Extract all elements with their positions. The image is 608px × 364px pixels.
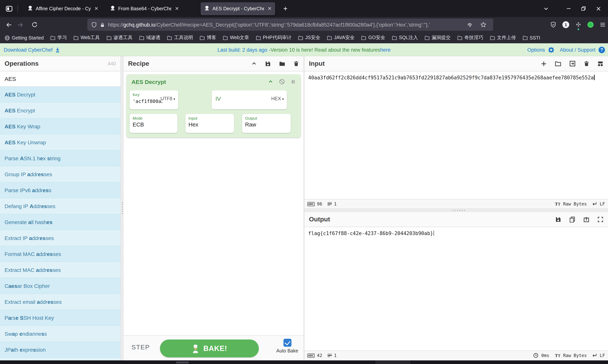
input-eol[interactable]: LF xyxy=(600,201,605,207)
open-folder-as-input-icon[interactable] xyxy=(569,60,576,67)
bookmark-item[interactable]: 工具说明 xyxy=(167,35,193,41)
operation-list-item[interactable]: AES Key Wrap xyxy=(0,118,120,134)
bookmark-item[interactable]: 奇技淫巧 xyxy=(457,35,483,41)
firefox-view-icon[interactable] xyxy=(4,3,14,14)
tab-close-icon[interactable]: ✕ xyxy=(94,6,98,11)
bookmark-item[interactable]: Web文章 xyxy=(223,35,249,41)
gear-icon[interactable] xyxy=(548,47,555,53)
input-encoding[interactable]: Raw Bytes xyxy=(563,201,587,207)
operation-list-item[interactable]: Extract email addresses xyxy=(0,294,120,310)
save-recipe-icon[interactable] xyxy=(265,61,271,67)
help-question-icon[interactable]: ? xyxy=(598,47,605,53)
shield-icon[interactable] xyxy=(91,22,97,27)
operation-list-item[interactable]: Caesar Box Cipher xyxy=(0,278,120,294)
output-encoding[interactable]: Raw Bytes xyxy=(563,353,587,358)
operation-list-item[interactable]: Defang IP Addresses xyxy=(0,198,120,214)
operation-list-item[interactable]: Extract IP addresses xyxy=(0,230,120,246)
forward-button[interactable] xyxy=(14,19,26,30)
step-button[interactable]: STEP xyxy=(132,344,150,351)
bookmark-item[interactable]: Getting Started xyxy=(5,35,44,40)
lock-icon[interactable] xyxy=(100,22,105,27)
operation-list-item[interactable]: Parse ASN.1 hex string xyxy=(0,150,120,166)
key-encoding-dropdown[interactable]: UTF8▾ xyxy=(160,96,175,101)
back-button[interactable] xyxy=(3,19,14,30)
bookmark-item[interactable]: Web工具 xyxy=(73,35,100,41)
collapse-recipe-icon[interactable] xyxy=(251,61,257,66)
operation-list-item[interactable]: AES Decrypt xyxy=(0,87,120,103)
panel-splitter-vertical[interactable] xyxy=(120,56,123,364)
operations-search-input[interactable]: AES xyxy=(0,71,120,87)
input-textarea[interactable]: 40aa3fd62ff2c826dd4cf9517a521c9ab7653fd2… xyxy=(304,71,608,199)
collapse-operation-icon[interactable] xyxy=(268,79,273,84)
operation-list-item[interactable]: AES Encrypt xyxy=(0,103,120,118)
auto-bake-control[interactable]: Auto Bake xyxy=(273,339,302,353)
bookmark-item[interactable]: JS安全 xyxy=(298,35,320,41)
bookmark-item[interactable]: 漏洞提交 xyxy=(424,35,450,41)
browser-tab[interactable]: Affine Cipher Decode - Cyber✕ xyxy=(24,2,102,15)
new-tab-button[interactable]: + xyxy=(280,4,291,13)
operation-list-item[interactable]: Format MAC addresses xyxy=(0,246,120,262)
line-ending-icon[interactable] xyxy=(592,202,597,206)
operation-list-item[interactable]: JPath expression xyxy=(0,342,120,358)
iv-field[interactable]: IV HEX▾ xyxy=(212,90,287,109)
output-textarea[interactable]: flag{c1f67f88-c42e-4237-86b9-2044203b90a… xyxy=(304,227,608,351)
output-eol[interactable]: LF xyxy=(600,353,605,358)
extension-icon[interactable] xyxy=(575,22,582,28)
bookmark-item[interactable]: 学习 xyxy=(50,35,67,41)
permissions-icon[interactable] xyxy=(467,22,473,28)
minimize-button[interactable] xyxy=(566,6,571,11)
menu-hamburger-icon[interactable] xyxy=(600,22,606,28)
operation-list-item[interactable]: Parse IPv6 address xyxy=(0,182,120,198)
key-field[interactable]: Key 'acf1f800a280… UTF8▾ xyxy=(130,90,178,109)
bookmark-item[interactable]: SSTI xyxy=(522,35,540,40)
bookmark-item[interactable]: JAVA安全 xyxy=(327,35,355,41)
recipe-operation-aes-decrypt[interactable]: AES Decrypt Key 'acf1f800a280… UTF8▾ IV … xyxy=(127,74,301,137)
operation-list-item[interactable]: Generate all hashes xyxy=(0,214,120,230)
url-bar[interactable]: https://gchq.github.io/CyberChef/#recipe… xyxy=(87,19,493,31)
output-type-dropdown[interactable]: Output Raw xyxy=(242,114,291,133)
clear-input-trash-icon[interactable] xyxy=(584,61,589,66)
replace-input-with-output-icon[interactable] xyxy=(583,216,589,222)
disable-operation-icon[interactable] xyxy=(279,78,285,85)
input-type-dropdown[interactable]: Input Hex xyxy=(185,114,234,133)
bookmark-item[interactable]: 域渗透 xyxy=(139,35,160,41)
about-support-link[interactable]: About / Support xyxy=(560,47,595,52)
operation-list-item[interactable]: Swap endianness xyxy=(0,326,120,342)
bookmark-item[interactable]: PHP代码审计 xyxy=(256,35,291,41)
character-encoding-icon[interactable]: TT xyxy=(555,353,560,358)
bookmark-item[interactable]: 渗透工具 xyxy=(106,35,132,41)
bookmark-item[interactable]: 文件上传 xyxy=(490,35,516,41)
load-recipe-folder-icon[interactable] xyxy=(279,60,285,67)
breakpoint-pause-icon[interactable] xyxy=(291,79,296,84)
character-encoding-icon[interactable]: TT xyxy=(555,201,560,207)
tab-close-icon[interactable]: ✕ xyxy=(267,6,272,11)
input-tabs-layout-icon[interactable] xyxy=(597,61,603,67)
key-value[interactable]: 'acf1f800a280… xyxy=(133,98,162,104)
options-link[interactable]: Options xyxy=(527,47,545,52)
adblock-extension-icon[interactable] xyxy=(587,22,594,28)
build-here-link[interactable]: here xyxy=(380,47,391,52)
save-output-icon[interactable] xyxy=(555,216,561,222)
container-count-badge[interactable]: 1 xyxy=(562,21,569,28)
panel-splitter-horizontal[interactable] xyxy=(304,208,608,212)
mode-dropdown[interactable]: Mode ECB xyxy=(130,114,177,133)
copy-output-icon[interactable] xyxy=(569,216,575,222)
add-input-tab-icon[interactable] xyxy=(541,61,547,67)
restore-button[interactable] xyxy=(581,6,586,11)
browser-tab[interactable]: From Base64 - CyberChef✕ xyxy=(106,2,182,15)
list-all-tabs-icon[interactable] xyxy=(543,6,549,11)
tracking-protection-shield-icon[interactable] xyxy=(550,22,556,28)
tab-close-icon[interactable]: ✕ xyxy=(175,6,179,11)
bookmark-item[interactable]: SQL注入 xyxy=(392,35,418,41)
reload-button[interactable] xyxy=(29,19,40,30)
operation-list-item[interactable]: Parse SSH Host Key xyxy=(0,310,120,326)
bookmark-item[interactable]: GO安全 xyxy=(361,35,385,41)
maximize-output-icon[interactable] xyxy=(597,216,603,222)
bookmark-item[interactable]: 博客 xyxy=(199,35,216,41)
operation-list-item[interactable]: AES Key Unwrap xyxy=(0,134,120,150)
browser-tab-active[interactable]: AES Decrypt - CyberChef✕ xyxy=(201,2,275,15)
bookmark-star-icon[interactable] xyxy=(480,22,486,28)
iv-encoding-dropdown[interactable]: HEX▾ xyxy=(271,96,284,101)
auto-bake-checkbox[interactable] xyxy=(283,339,291,347)
open-file-folder-icon[interactable] xyxy=(555,60,561,67)
